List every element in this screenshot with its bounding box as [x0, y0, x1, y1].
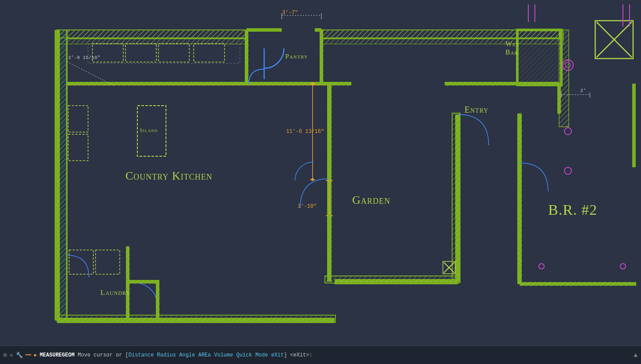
cmd-distance: Distance [129, 352, 154, 358]
svg-point-103 [311, 178, 314, 181]
cmd-volume: Volume [214, 352, 233, 358]
command-desc: Move cursor or [ [78, 352, 129, 358]
svg-rect-63 [519, 281, 637, 287]
cmd-quick: Quick [236, 352, 252, 358]
floor-plan: Country Kitchen Pantry Island Garden Ent… [0, 0, 641, 346]
grid-icon: ⊞ [4, 352, 7, 359]
svg-rect-52 [156, 280, 160, 320]
x-icon: ✕ [10, 352, 13, 359]
svg-rect-65 [557, 83, 562, 114]
svg-rect-20 [453, 114, 460, 283]
svg-rect-36 [245, 30, 249, 84]
svg-point-86 [328, 276, 331, 279]
svg-rect-56 [517, 30, 561, 85]
svg-point-84 [328, 214, 331, 217]
svg-rect-16 [58, 30, 66, 320]
cmd-exit: eXit [271, 352, 284, 358]
command-name: MEASUREGEOM [40, 352, 74, 358]
svg-point-102 [311, 82, 314, 85]
svg-point-82 [328, 147, 331, 149]
svg-point-85 [328, 245, 331, 248]
svg-rect-50 [126, 280, 159, 284]
scroll-up-icon[interactable]: ▲ [634, 352, 637, 359]
cmd-mode: Mode [255, 352, 268, 358]
svg-rect-37 [320, 30, 324, 84]
svg-rect-33 [327, 84, 332, 282]
wrench-icon: 🔧 [16, 352, 23, 359]
measure-icon: ━━ ▶ [26, 352, 37, 358]
svg-rect-17 [67, 30, 247, 38]
svg-point-81 [328, 118, 331, 120]
svg-rect-30 [67, 82, 351, 86]
cmd-angle: Angle [179, 352, 195, 358]
cmd-area: AREa [198, 352, 211, 358]
command-bar: ⊞ ✕ 🔧 ━━ ▶ MEASUREGEOM Move cursor or [D… [0, 346, 641, 364]
cmd-radius: Radius [157, 352, 176, 358]
svg-rect-62 [517, 112, 523, 285]
svg-point-83 [328, 177, 331, 180]
svg-rect-21 [326, 276, 459, 283]
command-text: MEASUREGEOM Move cursor or [Distance Rad… [40, 352, 312, 358]
